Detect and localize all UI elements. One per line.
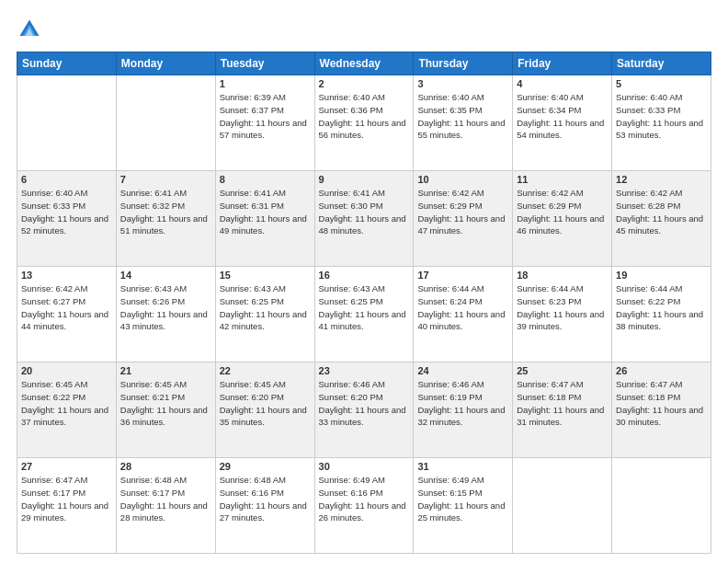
- calendar-cell: 22Sunrise: 6:45 AMSunset: 6:20 PMDayligh…: [215, 362, 314, 458]
- week-row-5: 27Sunrise: 6:47 AMSunset: 6:17 PMDayligh…: [17, 458, 711, 554]
- day-number: 8: [220, 174, 311, 185]
- daylight-text: Daylight: 11 hours and 56 minutes.: [319, 117, 410, 143]
- sunrise-text: Sunrise: 6:41 AM: [120, 187, 211, 200]
- weekday-header-wednesday: Wednesday: [314, 52, 414, 75]
- weekday-header-friday: Friday: [513, 52, 612, 75]
- daylight-text: Daylight: 11 hours and 46 minutes.: [517, 213, 608, 238]
- sunrise-text: Sunrise: 6:42 AM: [616, 187, 707, 200]
- day-info: Sunrise: 6:45 AMSunset: 6:21 PMDaylight:…: [120, 378, 211, 429]
- sunset-text: Sunset: 6:37 PM: [220, 104, 311, 117]
- sunrise-text: Sunrise: 6:40 AM: [21, 187, 112, 200]
- sunset-text: Sunset: 6:23 PM: [517, 295, 608, 308]
- sunset-text: Sunset: 6:27 PM: [21, 295, 112, 308]
- day-info: Sunrise: 6:41 AMSunset: 6:31 PMDaylight:…: [220, 187, 311, 237]
- calendar: SundayMondayTuesdayWednesdayThursdayFrid…: [17, 52, 711, 554]
- day-info: Sunrise: 6:47 AMSunset: 6:18 PMDaylight:…: [517, 378, 608, 429]
- daylight-text: Daylight: 11 hours and 42 minutes.: [220, 308, 311, 334]
- calendar-cell: 23Sunrise: 6:46 AMSunset: 6:20 PMDayligh…: [314, 362, 414, 458]
- sunrise-text: Sunrise: 6:48 AM: [120, 474, 211, 487]
- sunset-text: Sunset: 6:33 PM: [21, 200, 112, 213]
- sunrise-text: Sunrise: 6:48 AM: [220, 474, 311, 487]
- sunset-text: Sunset: 6:22 PM: [616, 295, 707, 308]
- weekday-header-sunday: Sunday: [17, 52, 117, 75]
- day-number: 19: [616, 270, 707, 281]
- calendar-cell: 3Sunrise: 6:40 AMSunset: 6:35 PMDaylight…: [414, 75, 513, 171]
- sunset-text: Sunset: 6:28 PM: [616, 200, 707, 213]
- calendar-cell: 20Sunrise: 6:45 AMSunset: 6:22 PMDayligh…: [17, 362, 117, 458]
- calendar-cell: 4Sunrise: 6:40 AMSunset: 6:34 PMDaylight…: [513, 75, 612, 171]
- day-info: Sunrise: 6:40 AMSunset: 6:34 PMDaylight:…: [517, 91, 608, 142]
- daylight-text: Daylight: 11 hours and 36 minutes.: [120, 404, 211, 430]
- sunrise-text: Sunrise: 6:46 AM: [319, 378, 410, 391]
- day-info: Sunrise: 6:42 AMSunset: 6:27 PMDaylight:…: [21, 282, 112, 333]
- daylight-text: Daylight: 11 hours and 37 minutes.: [21, 404, 112, 430]
- day-info: Sunrise: 6:44 AMSunset: 6:24 PMDaylight:…: [417, 282, 508, 333]
- day-number: 3: [417, 78, 508, 89]
- day-info: Sunrise: 6:40 AMSunset: 6:33 PMDaylight:…: [616, 91, 707, 142]
- sunrise-text: Sunrise: 6:43 AM: [120, 282, 211, 295]
- sunrise-text: Sunrise: 6:45 AM: [220, 378, 311, 391]
- day-number: 21: [120, 365, 211, 376]
- weekday-header-monday: Monday: [116, 52, 215, 75]
- day-number: 24: [417, 365, 508, 376]
- sunrise-text: Sunrise: 6:47 AM: [21, 474, 112, 487]
- calendar-cell: 26Sunrise: 6:47 AMSunset: 6:18 PMDayligh…: [612, 362, 711, 458]
- sunset-text: Sunset: 6:30 PM: [319, 200, 410, 213]
- sunset-text: Sunset: 6:20 PM: [319, 391, 410, 404]
- calendar-cell: 29Sunrise: 6:48 AMSunset: 6:16 PMDayligh…: [215, 458, 314, 554]
- sunset-text: Sunset: 6:31 PM: [220, 200, 311, 213]
- day-info: Sunrise: 6:46 AMSunset: 6:19 PMDaylight:…: [417, 378, 508, 429]
- sunrise-text: Sunrise: 6:44 AM: [517, 282, 608, 295]
- daylight-text: Daylight: 11 hours and 51 minutes.: [120, 213, 211, 238]
- calendar-cell: 15Sunrise: 6:43 AMSunset: 6:25 PMDayligh…: [215, 267, 314, 362]
- calendar-cell: 16Sunrise: 6:43 AMSunset: 6:25 PMDayligh…: [314, 267, 414, 362]
- day-info: Sunrise: 6:48 AMSunset: 6:17 PMDaylight:…: [120, 474, 211, 524]
- sunset-text: Sunset: 6:29 PM: [417, 200, 508, 213]
- sunset-text: Sunset: 6:21 PM: [120, 391, 211, 404]
- calendar-cell: 2Sunrise: 6:40 AMSunset: 6:36 PMDaylight…: [314, 75, 414, 171]
- daylight-text: Daylight: 11 hours and 57 minutes.: [220, 117, 311, 143]
- day-info: Sunrise: 6:45 AMSunset: 6:22 PMDaylight:…: [21, 378, 112, 429]
- day-number: 6: [21, 174, 112, 185]
- sunset-text: Sunset: 6:29 PM: [517, 200, 608, 213]
- logo-icon: [17, 17, 42, 42]
- day-info: Sunrise: 6:43 AMSunset: 6:25 PMDaylight:…: [319, 282, 410, 333]
- daylight-text: Daylight: 11 hours and 39 minutes.: [517, 308, 608, 334]
- daylight-text: Daylight: 11 hours and 33 minutes.: [319, 404, 410, 430]
- sunrise-text: Sunrise: 6:40 AM: [517, 91, 608, 104]
- week-row-2: 6Sunrise: 6:40 AMSunset: 6:33 PMDaylight…: [17, 171, 711, 267]
- sunrise-text: Sunrise: 6:41 AM: [220, 187, 311, 200]
- sunset-text: Sunset: 6:18 PM: [517, 391, 608, 404]
- daylight-text: Daylight: 11 hours and 38 minutes.: [616, 308, 707, 334]
- daylight-text: Daylight: 11 hours and 44 minutes.: [21, 308, 112, 334]
- day-info: Sunrise: 6:40 AMSunset: 6:35 PMDaylight:…: [417, 91, 508, 142]
- day-info: Sunrise: 6:43 AMSunset: 6:26 PMDaylight:…: [120, 282, 211, 333]
- daylight-text: Daylight: 11 hours and 41 minutes.: [319, 308, 410, 334]
- calendar-cell: [513, 458, 612, 554]
- daylight-text: Daylight: 11 hours and 45 minutes.: [616, 213, 707, 238]
- calendar-cell: 11Sunrise: 6:42 AMSunset: 6:29 PMDayligh…: [513, 171, 612, 267]
- sunrise-text: Sunrise: 6:49 AM: [417, 474, 508, 487]
- sunset-text: Sunset: 6:26 PM: [120, 295, 211, 308]
- daylight-text: Daylight: 11 hours and 30 minutes.: [616, 404, 707, 430]
- calendar-cell: [17, 75, 117, 171]
- day-number: 23: [319, 365, 410, 376]
- sunset-text: Sunset: 6:24 PM: [417, 295, 508, 308]
- sunset-text: Sunset: 6:36 PM: [319, 104, 410, 117]
- day-number: 4: [517, 78, 608, 89]
- day-info: Sunrise: 6:43 AMSunset: 6:25 PMDaylight:…: [220, 282, 311, 333]
- sunrise-text: Sunrise: 6:43 AM: [220, 282, 311, 295]
- day-number: 10: [417, 174, 508, 185]
- sunrise-text: Sunrise: 6:39 AM: [220, 91, 311, 104]
- day-number: 14: [120, 270, 211, 281]
- day-number: 15: [220, 270, 311, 281]
- day-info: Sunrise: 6:42 AMSunset: 6:28 PMDaylight:…: [616, 187, 707, 237]
- day-number: 5: [616, 78, 707, 89]
- week-row-1: 1Sunrise: 6:39 AMSunset: 6:37 PMDaylight…: [17, 75, 711, 171]
- sunrise-text: Sunrise: 6:46 AM: [417, 378, 508, 391]
- sunset-text: Sunset: 6:17 PM: [120, 487, 211, 500]
- logo: [17, 17, 46, 42]
- sunset-text: Sunset: 6:18 PM: [616, 391, 707, 404]
- sunset-text: Sunset: 6:19 PM: [417, 391, 508, 404]
- calendar-cell: 14Sunrise: 6:43 AMSunset: 6:26 PMDayligh…: [116, 267, 215, 362]
